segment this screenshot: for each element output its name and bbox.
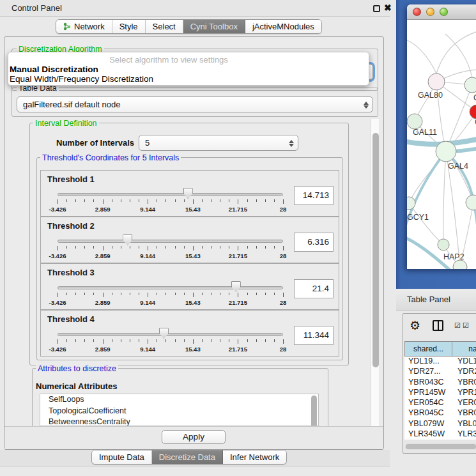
scale-label: -3.426 <box>49 206 66 213</box>
tick-mark <box>175 293 176 295</box>
cell-name[interactable]: YLR3 <box>452 429 476 440</box>
apply-button[interactable]: Apply <box>162 430 226 444</box>
scrollbar-thumb[interactable] <box>372 133 379 367</box>
cell-name[interactable]: YDL1 <box>452 357 476 367</box>
tab-cyni-toolbox[interactable]: Cyni Toolbox <box>183 20 245 33</box>
menu-item-equal-width-frequency[interactable]: Equal Width/Frequency Discretization <box>10 74 153 84</box>
table-data-combobox[interactable]: galFiltered.sif default node <box>17 96 373 112</box>
tab-style[interactable]: Style <box>112 20 146 33</box>
cell-shared-name[interactable]: YLR345W <box>404 429 452 440</box>
node-label: GAL80 <box>418 91 443 100</box>
tab-jactivemnodules[interactable]: jActiveMNodules <box>245 20 321 33</box>
threshold-label: Threshold 4 <box>47 314 95 324</box>
scale-label: 21.715 <box>229 346 247 353</box>
list-item[interactable]: SelfLoops <box>40 394 318 406</box>
network-window: GAL80 GA C GAL11 GAL4 GCY1 H HAP2 <box>407 4 476 269</box>
cell-shared-name[interactable]: YBL079W <box>404 419 452 429</box>
column-layout-icon[interactable] <box>433 320 443 331</box>
cell-name[interactable]: YBR0 <box>452 408 476 418</box>
table-horizontal-scrollbar[interactable] <box>405 443 476 450</box>
cell-name[interactable]: YBR0 <box>452 378 476 388</box>
column-header-shared-name[interactable]: shared... <box>404 341 452 357</box>
slider-track[interactable] <box>58 286 283 289</box>
table-body[interactable]: YDL19... YDL1 YDR27... YDR2 YBR043C YBR0… <box>404 357 476 440</box>
group-title: Attributes to discretize <box>36 364 118 373</box>
cell-name[interactable]: YER0 <box>452 398 476 408</box>
table-row[interactable]: YDR27... YDR2 <box>404 367 476 377</box>
cell-name[interactable]: YPR1 <box>452 388 476 398</box>
slider-ticks <box>58 339 283 344</box>
minimize-traffic-light-icon[interactable] <box>426 8 434 16</box>
table-row[interactable]: YBR045C YBR0 <box>404 408 476 418</box>
slider-scale-labels: -3.4262.8599.14415.4321.71528 <box>58 206 283 213</box>
table-row[interactable]: YPR145W YPR1 <box>404 388 476 398</box>
slider-handle[interactable] <box>159 328 169 339</box>
table-row[interactable]: YLR345W YLR3 <box>404 429 476 440</box>
tick-mark <box>175 246 176 249</box>
slider-handle[interactable] <box>183 188 193 199</box>
cell-shared-name[interactable]: YDR27... <box>404 367 452 377</box>
slider-track[interactable] <box>58 240 283 243</box>
tab-discretize-data[interactable]: Discretize Data <box>152 450 223 464</box>
close-icon[interactable]: ✖ <box>384 3 392 13</box>
checkbox-icon[interactable]: ☑ <box>454 321 461 330</box>
menu-item-manual-discretization[interactable]: Manual Discretization <box>10 65 98 74</box>
slider-handle[interactable] <box>231 281 241 292</box>
network-graph[interactable]: GAL80 GA C GAL11 GAL4 GCY1 H HAP2 <box>407 20 476 269</box>
node-h[interactable] <box>466 195 476 210</box>
node-gal11[interactable] <box>407 114 422 129</box>
node-gcy1[interactable] <box>407 197 415 210</box>
slider-track[interactable] <box>58 333 283 336</box>
cell-shared-name[interactable]: YPR145W <box>404 388 452 398</box>
cell-name[interactable]: YDR2 <box>452 367 476 377</box>
list-item[interactable]: BetweennessCentrality <box>40 417 318 426</box>
threshold-value-field[interactable]: 14.713 <box>294 186 334 205</box>
panel-scrollbar[interactable] <box>371 119 380 426</box>
tab-infer-network[interactable]: Infer Network <box>223 450 286 464</box>
threshold-value-field[interactable]: 21.4 <box>294 279 334 298</box>
column-header-name[interactable]: na <box>452 341 476 357</box>
number-of-intervals-combobox[interactable]: 5 <box>139 135 298 151</box>
threshold-label: Threshold 2 <box>47 221 95 231</box>
scale-label: 28 <box>280 299 287 306</box>
network-view[interactable]: GAL80 GA C GAL11 GAL4 GCY1 H HAP2 <box>407 20 476 269</box>
gear-icon[interactable]: ⚙ <box>410 318 420 333</box>
cell-shared-name[interactable]: YER054C <box>404 398 452 408</box>
node-top-right[interactable] <box>464 77 476 93</box>
tab-network[interactable]: Network <box>56 20 112 33</box>
numerical-attributes-list[interactable]: SelfLoops TopologicalCoefficient Between… <box>40 394 319 426</box>
node-hap2[interactable] <box>438 239 449 250</box>
table-row[interactable]: YBR043C YBR0 <box>404 378 476 388</box>
scale-label: 15.43 <box>185 206 201 213</box>
threshold-slider[interactable]: -3.4262.8599.14415.4321.71528 <box>58 284 283 307</box>
slider-handle[interactable] <box>123 234 132 245</box>
scale-label: 21.715 <box>229 206 247 213</box>
checkbox-icon[interactable]: ☑ <box>463 321 469 330</box>
tick-mark <box>184 339 185 342</box>
scrollbar-thumb[interactable] <box>406 444 476 449</box>
cell-name[interactable]: YBL0 <box>452 419 476 429</box>
zoom-traffic-light-icon[interactable] <box>440 8 448 16</box>
list-item[interactable]: TopologicalCoefficient <box>40 406 318 417</box>
table-row[interactable]: YER054C YER0 <box>404 398 476 408</box>
scale-label: 2.859 <box>95 252 111 259</box>
tab-select[interactable]: Select <box>146 20 183 33</box>
table-row[interactable]: YBL079W YBL0 <box>404 419 476 429</box>
cell-shared-name[interactable]: YBR043C <box>404 378 452 388</box>
close-traffic-light-icon[interactable] <box>413 8 421 16</box>
cell-shared-name[interactable]: YBR045C <box>404 408 452 418</box>
table-row[interactable]: YDL19... YDL1 <box>404 357 476 367</box>
slider-track[interactable] <box>58 193 283 196</box>
node-gal4[interactable] <box>436 141 456 162</box>
tab-impute-data[interactable]: Impute Data <box>92 450 152 464</box>
list-scrollbar[interactable] <box>311 395 317 426</box>
threshold-value-field[interactable]: 11.344 <box>294 326 334 345</box>
threshold-slider[interactable]: -3.4262.8599.14415.4321.71528 <box>58 191 283 214</box>
tick-mark <box>256 339 257 342</box>
float-window-icon[interactable] <box>373 5 380 12</box>
threshold-slider[interactable]: -3.4262.8599.14415.4321.71528 <box>58 238 283 261</box>
threshold-value-field[interactable]: 6.316 <box>294 233 334 252</box>
threshold-slider[interactable]: -3.4262.8599.14415.4321.71528 <box>58 331 283 354</box>
node-gal80[interactable] <box>428 73 445 90</box>
cell-shared-name[interactable]: YDL19... <box>404 357 452 367</box>
